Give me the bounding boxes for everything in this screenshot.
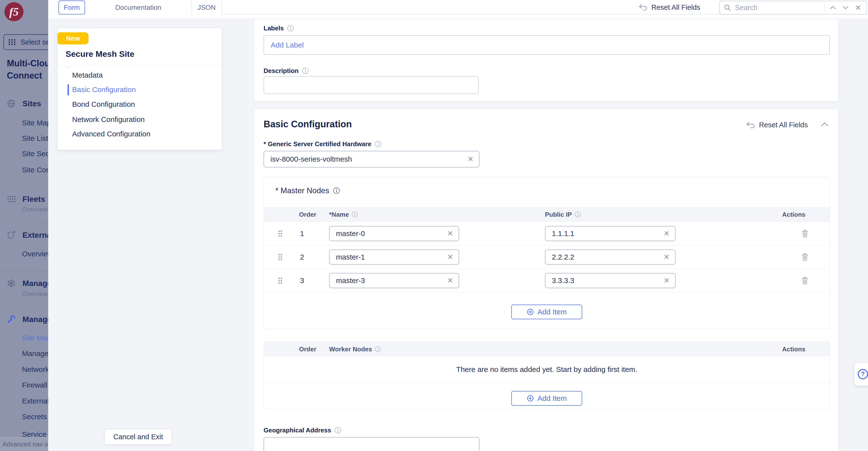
select-service-button[interactable]: Select se bbox=[3, 34, 48, 50]
row-order: 3 bbox=[300, 269, 304, 292]
primary-sidebar: f5 Select se Multi-Cloud Connect Sites S… bbox=[0, 0, 48, 451]
add-master-node-button[interactable]: Add Item bbox=[511, 305, 582, 319]
sidebar-item-site-connectivity[interactable]: Site Conn bbox=[22, 166, 48, 174]
node-name-input-wrap: ✕ bbox=[329, 273, 459, 288]
wizard-step-bond-configuration[interactable]: Bond Configuration bbox=[72, 100, 135, 109]
search-input[interactable] bbox=[735, 3, 821, 12]
hardware-field-label: * Generic Server Certified Hardware ⓘ bbox=[264, 140, 381, 148]
advanced-nav-options[interactable]: Advanced nav o bbox=[0, 437, 48, 451]
clear-icon[interactable]: ✕ bbox=[447, 230, 453, 237]
sidebar-section-fleets[interactable]: Fleets bbox=[7, 194, 45, 204]
sidebar-section-external[interactable]: External bbox=[7, 230, 48, 240]
master-nodes-table-header: Order *Name ⓘ Public IP ⓘ Actions bbox=[264, 207, 830, 222]
wrench-icon bbox=[7, 315, 16, 324]
info-icon[interactable]: ⓘ bbox=[375, 141, 381, 147]
sidebar-item-site-management[interactable]: Site Mana bbox=[22, 334, 48, 342]
reset-all-fields-button[interactable]: Reset All Fields bbox=[639, 0, 700, 15]
helm-wheel-icon bbox=[7, 279, 16, 288]
search-prev-icon[interactable] bbox=[828, 6, 837, 9]
new-badge: New bbox=[58, 32, 89, 44]
sidebar-item-site-list[interactable]: Site List bbox=[22, 134, 48, 142]
sidebar-item-site-security[interactable]: Site Secur bbox=[22, 149, 48, 158]
section-reset-all-fields-button[interactable]: Reset All Fields bbox=[746, 121, 808, 129]
delete-row-icon[interactable] bbox=[801, 229, 809, 238]
drag-handle-icon[interactable] bbox=[278, 277, 282, 284]
sidebar-section-managed[interactable]: Managed bbox=[7, 278, 48, 288]
hardware-input[interactable] bbox=[264, 151, 479, 167]
sidebar-item-manage-kubernetes[interactable]: Manage K bbox=[22, 349, 48, 358]
sidebar-divider bbox=[0, 222, 48, 223]
clear-icon[interactable]: ✕ bbox=[663, 230, 670, 237]
section-title: Basic Configuration bbox=[264, 119, 352, 130]
info-icon[interactable]: ⓘ bbox=[287, 25, 293, 32]
search-icon bbox=[724, 4, 731, 11]
tab-documentation[interactable]: Documentation bbox=[85, 0, 192, 15]
clear-icon[interactable]: ✕ bbox=[447, 277, 453, 284]
delete-row-icon[interactable] bbox=[801, 253, 809, 261]
column-worker-nodes-text: Worker Nodes bbox=[329, 342, 372, 357]
sidebar-subtitle-managed-overview: Overview bbox=[22, 290, 48, 298]
description-input[interactable] bbox=[264, 76, 479, 94]
metadata-card: Labels ⓘ Add Label Description ⓘ bbox=[254, 19, 838, 101]
geo-address-field-label: Geographical Address ⓘ bbox=[264, 426, 341, 434]
svg-text:?: ? bbox=[861, 370, 865, 377]
node-name-input[interactable] bbox=[329, 226, 459, 241]
wizard-step-advanced-configuration[interactable]: Advanced Configuration bbox=[72, 130, 150, 138]
add-label-button[interactable]: Add Label bbox=[271, 41, 304, 49]
wizard-step-basic-configuration[interactable]: Basic Configuration bbox=[72, 85, 136, 94]
info-icon[interactable]: ⓘ bbox=[333, 187, 340, 194]
info-icon[interactable]: ⓘ bbox=[335, 427, 341, 433]
labels-input-box[interactable]: Add Label bbox=[264, 35, 830, 55]
sidebar-section-label: Manage bbox=[23, 315, 48, 324]
cancel-and-exit-button[interactable]: Cancel and Exit bbox=[104, 429, 172, 445]
node-name-input[interactable] bbox=[329, 250, 459, 265]
sidebar-item-external-overview[interactable]: Overview bbox=[22, 250, 48, 258]
sidebar-item-secrets[interactable]: Secrets bbox=[22, 413, 47, 421]
drag-handle-icon[interactable] bbox=[278, 254, 282, 260]
master-nodes-title: * Master Nodes ⓘ bbox=[275, 186, 340, 195]
sidebar-item-firewall[interactable]: Firewall bbox=[22, 381, 47, 389]
select-service-label: Select se bbox=[21, 38, 48, 46]
collapse-section-icon[interactable] bbox=[820, 122, 829, 127]
info-icon[interactable]: ⓘ bbox=[575, 212, 581, 218]
search-close-icon[interactable]: ✕ bbox=[854, 3, 863, 12]
sidebar-section-label: Sites bbox=[23, 99, 41, 108]
search-divider bbox=[824, 3, 825, 12]
hardware-input-wrap: ✕ bbox=[264, 151, 479, 167]
search-next-icon[interactable] bbox=[841, 6, 850, 9]
tab-form[interactable]: Form bbox=[58, 0, 85, 15]
sidebar-item-site-map[interactable]: Site Map bbox=[22, 119, 48, 127]
hardware-label-text: * Generic Server Certified Hardware bbox=[264, 140, 371, 148]
sidebar-section-label: Managed bbox=[23, 279, 48, 288]
master-node-row: 3 ✕ ✕ bbox=[264, 269, 830, 292]
add-worker-node-button[interactable]: Add Item bbox=[511, 391, 582, 406]
tab-json[interactable]: JSON bbox=[192, 0, 222, 15]
geo-address-input[interactable] bbox=[264, 437, 479, 451]
grid-icon bbox=[8, 38, 16, 46]
master-nodes-title-text: * Master Nodes bbox=[275, 186, 329, 195]
row-order: 2 bbox=[300, 245, 304, 269]
drag-handle-icon[interactable] bbox=[278, 230, 282, 237]
node-ip-input[interactable] bbox=[545, 250, 676, 265]
delete-row-icon[interactable] bbox=[801, 276, 809, 285]
help-button[interactable]: ? bbox=[854, 363, 868, 386]
node-ip-input[interactable] bbox=[545, 226, 676, 241]
node-ip-input[interactable] bbox=[545, 273, 676, 288]
sidebar-item-networking[interactable]: Networki bbox=[22, 365, 48, 374]
reset-all-fields-label: Reset All Fields bbox=[651, 3, 700, 11]
clear-icon[interactable]: ✕ bbox=[467, 156, 474, 163]
sidebar-section-sites[interactable]: Sites bbox=[7, 98, 41, 109]
info-icon[interactable]: ⓘ bbox=[352, 212, 358, 218]
clear-icon[interactable]: ✕ bbox=[663, 277, 670, 284]
f5-logo[interactable]: f5 bbox=[4, 2, 24, 21]
sidebar-item-external-services[interactable]: External S bbox=[22, 397, 48, 405]
sidebar-section-manage[interactable]: Manage bbox=[7, 314, 48, 325]
info-icon[interactable]: ⓘ bbox=[302, 67, 309, 74]
clear-icon[interactable]: ✕ bbox=[663, 253, 670, 261]
node-name-input[interactable] bbox=[329, 273, 459, 288]
node-name-input-wrap: ✕ bbox=[329, 226, 459, 241]
info-icon[interactable]: ⓘ bbox=[375, 346, 381, 352]
clear-icon[interactable]: ✕ bbox=[447, 253, 453, 261]
wizard-step-metadata[interactable]: Metadata bbox=[72, 71, 103, 79]
wizard-step-network-configuration[interactable]: Network Configuration bbox=[72, 115, 145, 124]
